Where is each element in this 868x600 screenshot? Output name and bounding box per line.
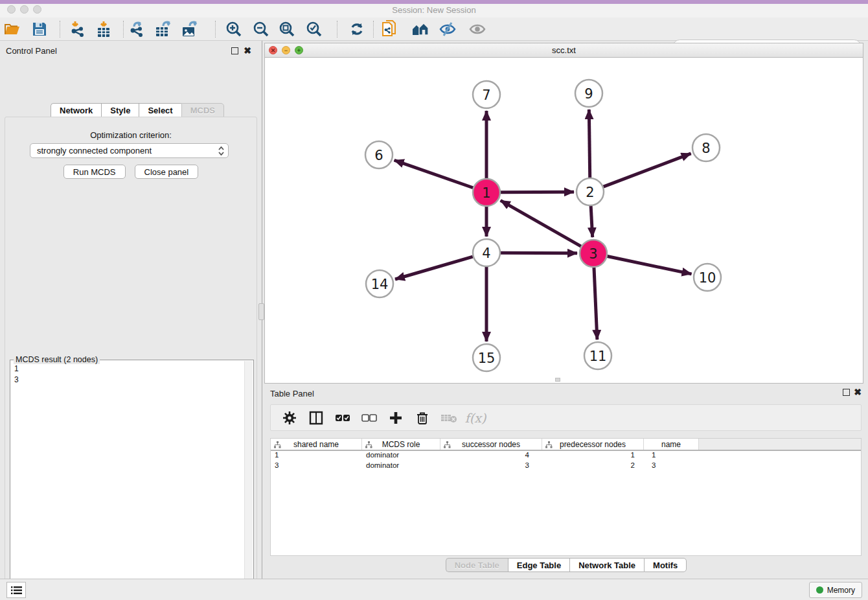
tab-motifs[interactable]: Motifs (644, 558, 687, 572)
node-table[interactable]: shared nameMCDS rolesuccessor nodesprede… (270, 438, 862, 556)
column-header-shared-name[interactable]: shared name (271, 439, 362, 450)
column-type-icon (444, 441, 451, 448)
gear-icon[interactable] (281, 410, 298, 426)
tab-edge-table[interactable]: Edge Table (508, 558, 569, 572)
cell[interactable]: 1 (542, 451, 644, 461)
export-image-icon[interactable] (179, 20, 201, 38)
edge-3-1[interactable] (501, 200, 581, 246)
tab-mcds[interactable]: MCDS (181, 103, 224, 117)
column-header-MCDS-role[interactable]: MCDS role (362, 439, 440, 450)
save-session-icon[interactable] (29, 20, 51, 38)
refresh-icon[interactable] (346, 20, 368, 38)
column-header-successor-nodes[interactable]: successor nodes (440, 439, 542, 450)
table-body[interactable]: 1dominator4113dominator323 (271, 451, 861, 472)
table-panel-title: Table Panel (270, 389, 314, 398)
tab-network[interactable]: Network (51, 103, 101, 117)
close-panel-icon[interactable]: ✖ (244, 45, 251, 56)
close-table-panel-icon[interactable]: ✖ (854, 387, 862, 397)
column-type-icon (545, 441, 553, 448)
node-label-3: 3 (589, 246, 597, 262)
tab-network-table[interactable]: Network Table (569, 558, 644, 572)
import-network-icon[interactable] (67, 20, 89, 38)
memory-button[interactable]: Memory (809, 582, 862, 598)
cell[interactable]: dominator (362, 461, 440, 472)
edge-1-6[interactable] (394, 160, 474, 187)
first-neighbors-icon[interactable] (410, 20, 432, 38)
criterion-dropdown[interactable]: strongly connected component (30, 143, 229, 158)
control-panel-title: Control Panel (6, 46, 57, 56)
table-row[interactable]: 1dominator411 (271, 451, 861, 461)
canvas-resize-handle[interactable] (555, 378, 560, 382)
panel-splitter-handle[interactable] (258, 303, 264, 320)
zoom-selected-icon[interactable] (303, 20, 325, 38)
tab-select[interactable]: Select (139, 103, 181, 117)
column-header-predecessor-nodes[interactable]: predecessor nodes (542, 439, 644, 450)
export-table-icon[interactable] (152, 20, 174, 38)
graph-edges[interactable] (394, 110, 692, 341)
edge-3-11[interactable] (594, 268, 597, 340)
toolbar-separator (337, 21, 337, 38)
network-canvas[interactable]: 1234678910111415 (265, 58, 863, 383)
mcds-result-list[interactable]: 1 3 (14, 363, 19, 386)
node-label-1: 1 (482, 185, 490, 201)
main-toolbar (0, 17, 868, 41)
cell[interactable]: 1 (644, 451, 699, 461)
cell[interactable]: 2 (542, 461, 644, 472)
node-label-8: 8 (702, 141, 710, 156)
table-toolbar: f(x) (270, 404, 862, 431)
mcds-panel: Optimization criterion: strongly connect… (5, 117, 257, 600)
open-session-icon[interactable] (1, 20, 23, 38)
select-all-icon[interactable] (334, 410, 351, 426)
delete-row-icon[interactable] (414, 410, 431, 426)
edge-1-2[interactable] (501, 192, 574, 192)
cell[interactable]: 3 (440, 461, 542, 472)
export-network-icon[interactable] (126, 20, 148, 38)
node-label-7: 7 (482, 87, 490, 103)
column-type-icon (274, 441, 281, 448)
zoom-out-icon[interactable] (250, 20, 272, 38)
list-icon (11, 586, 22, 595)
function-builder-icon: f(x) (467, 410, 484, 426)
delete-column-icon[interactable] (440, 410, 457, 426)
result-scrollbar[interactable] (244, 361, 253, 600)
cell[interactable]: 4 (440, 451, 542, 461)
table-header-row[interactable]: shared nameMCDS rolesuccessor nodesprede… (271, 439, 861, 451)
run-mcds-button[interactable]: Run MCDS (63, 165, 126, 179)
close-panel-button[interactable]: Close panel (135, 165, 199, 179)
edge-2-8[interactable] (604, 154, 691, 187)
table-tabbar: Node TableEdge TableNetwork TableMotifs (264, 558, 868, 572)
mcds-result-group: MCDS result (2 nodes) 1 3 (10, 360, 254, 600)
tab-node-table[interactable]: Node Table (446, 558, 508, 572)
zoom-in-icon[interactable] (223, 20, 245, 38)
cell[interactable]: 1 (271, 451, 362, 461)
network-window-titlebar[interactable]: ✕ − + scc.txt (265, 43, 863, 58)
toolbar-separator (123, 21, 124, 38)
cell[interactable]: dominator (362, 451, 440, 461)
zoom-fit-icon[interactable] (276, 20, 298, 38)
optimization-criterion-label: Optimization criterion: (5, 130, 257, 140)
float-table-panel-icon[interactable] (843, 389, 850, 396)
edge-2-3[interactable] (591, 206, 593, 237)
table-row[interactable]: 3dominator323 (271, 461, 861, 472)
column-view-icon[interactable] (308, 410, 325, 426)
network-from-file-icon[interactable] (378, 20, 400, 38)
edge-4-14[interactable] (395, 257, 473, 279)
edge-4-3[interactable] (501, 253, 577, 253)
table-panel: Table Panel ✖ (264, 386, 868, 577)
show-all-icon[interactable] (466, 20, 488, 38)
float-panel-icon[interactable] (231, 47, 238, 54)
tab-style[interactable]: Style (101, 103, 139, 117)
cell[interactable]: 3 (644, 461, 699, 472)
task-history-button[interactable] (6, 582, 26, 598)
column-type-icon (365, 441, 372, 448)
add-column-icon[interactable] (387, 410, 404, 426)
edge-3-10[interactable] (608, 257, 692, 274)
cell[interactable]: 3 (271, 461, 362, 472)
titlebar: Session: New Session (0, 4, 868, 17)
column-header-name[interactable]: name (644, 439, 699, 450)
dropdown-stepper-icon (218, 146, 224, 156)
unselect-all-icon[interactable] (361, 410, 378, 426)
import-table-icon[interactable] (93, 20, 115, 38)
edge-2-9[interactable] (589, 110, 589, 178)
hide-selected-icon[interactable] (437, 20, 459, 38)
